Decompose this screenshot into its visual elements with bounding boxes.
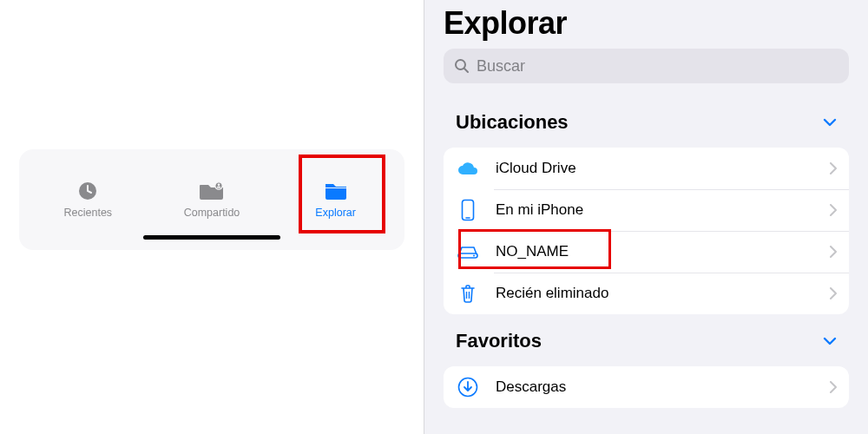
row-recently-deleted[interactable]: Recién eliminado [444, 273, 849, 314]
tab-label: Explorar [315, 207, 356, 219]
shared-folder-icon [197, 181, 227, 201]
search-input[interactable] [477, 57, 838, 76]
row-icloud-drive[interactable]: iCloud Drive [444, 148, 849, 189]
row-external-drive[interactable]: NO_NAME [444, 231, 849, 273]
favorites-list: Descargas [444, 366, 849, 408]
section-header-favorites[interactable]: Favoritos [424, 314, 868, 358]
section-title: Ubicaciones [456, 111, 569, 134]
clock-icon [73, 181, 102, 201]
folder-icon [321, 181, 351, 201]
row-label: Descargas [496, 378, 830, 396]
row-label: iCloud Drive [496, 160, 830, 177]
page-title: Explorar [424, 0, 868, 49]
search-icon [454, 58, 470, 74]
tab-label: Compartido [184, 207, 240, 219]
chevron-right-icon [830, 204, 837, 216]
svg-point-8 [473, 255, 475, 257]
chevron-down-icon [823, 118, 837, 127]
tab-shared[interactable]: Compartido [155, 165, 268, 234]
chevron-right-icon [830, 287, 837, 299]
row-label: En mi iPhone [496, 201, 830, 219]
download-icon [456, 375, 480, 399]
row-label: NO_NAME [496, 243, 830, 260]
row-downloads[interactable]: Descargas [444, 366, 849, 408]
section-title: Favoritos [456, 330, 542, 352]
chevron-right-icon [830, 381, 837, 393]
locations-list: iCloud Drive En mi iPhone [444, 148, 849, 314]
iphone-icon [456, 198, 480, 222]
svg-line-4 [464, 69, 468, 72]
chevron-right-icon [830, 162, 837, 174]
row-on-my-iphone[interactable]: En mi iPhone [444, 189, 849, 231]
svg-rect-5 [463, 201, 474, 220]
external-drive-icon [456, 240, 480, 264]
row-label: Recién eliminado [496, 285, 830, 302]
search-field[interactable] [444, 49, 849, 83]
chevron-right-icon [830, 246, 837, 258]
home-indicator [143, 235, 280, 240]
chevron-down-icon [823, 337, 837, 345]
tab-recent[interactable]: Recientes [31, 165, 144, 234]
cloud-icon [456, 156, 480, 181]
section-header-locations[interactable]: Ubicaciones [424, 95, 868, 139]
tab-browse[interactable]: Explorar [279, 165, 392, 234]
svg-point-2 [218, 183, 220, 186]
trash-icon [456, 281, 480, 306]
tab-label: Recientes [64, 207, 113, 219]
